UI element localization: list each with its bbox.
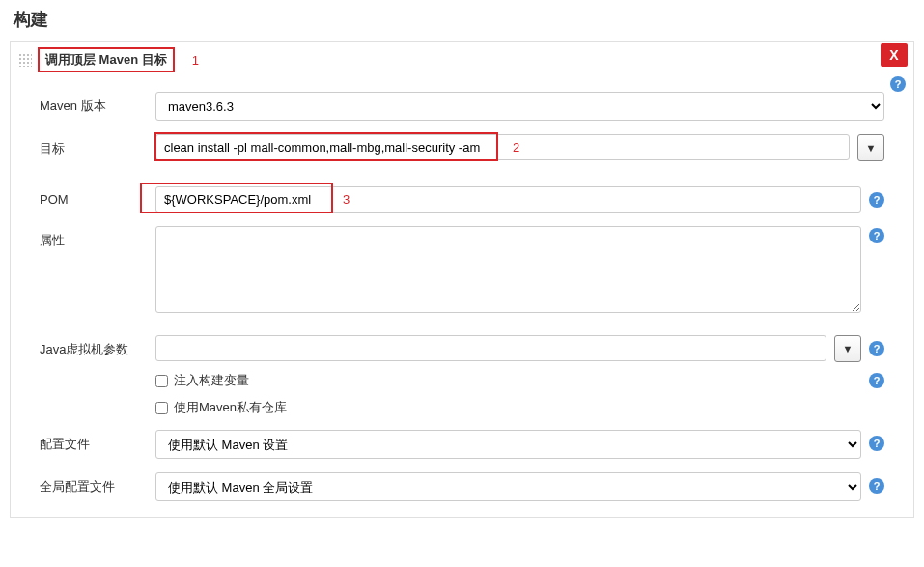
row-maven-version: Maven 版本 maven3.6.3 xyxy=(40,92,884,121)
row-pom: POM 3 ? xyxy=(40,186,884,213)
label-global-settings: 全局配置文件 xyxy=(40,472,155,496)
close-button[interactable]: X xyxy=(881,43,908,67)
jvm-input[interactable] xyxy=(155,335,826,361)
section-header: 调用顶层 Maven 目标 1 X xyxy=(11,42,913,78)
build-step-section: 调用顶层 Maven 目标 1 X ? Maven 版本 maven3.6.3 … xyxy=(10,41,914,518)
row-settings: 配置文件 使用默认 Maven 设置 ? xyxy=(40,430,884,459)
private-repo-checkbox[interactable] xyxy=(155,402,168,414)
chevron-down-icon: ▼ xyxy=(866,142,877,154)
help-icon[interactable]: ? xyxy=(869,478,884,494)
label-private-repo: 使用Maven私有仓库 xyxy=(174,399,287,416)
annotation-2: 2 xyxy=(513,140,519,155)
label-goals: 目标 xyxy=(40,134,155,157)
maven-version-select[interactable]: maven3.6.3 xyxy=(155,92,884,121)
goals-input[interactable] xyxy=(155,134,850,160)
help-icon[interactable]: ? xyxy=(869,192,884,208)
settings-select[interactable]: 使用默认 Maven 设置 xyxy=(155,430,861,459)
section-title: 调用顶层 Maven 目标 xyxy=(38,47,175,72)
advanced-toggle-button[interactable]: ▼ xyxy=(857,134,884,161)
label-inject: 注入构建变量 xyxy=(174,372,249,389)
pom-input[interactable] xyxy=(155,186,861,213)
row-properties: 属性 ? xyxy=(40,226,884,316)
label-maven-version: Maven 版本 xyxy=(40,92,155,115)
inject-checkbox[interactable] xyxy=(155,375,168,387)
row-global-settings: 全局配置文件 使用默认 Maven 全局设置 ? xyxy=(40,472,884,501)
page-title: 构建 xyxy=(0,0,924,41)
help-icon[interactable]: ? xyxy=(890,76,906,92)
row-jvm: Java虚拟机参数 ▼ ? xyxy=(40,335,884,362)
row-inject: 注入构建变量 ? xyxy=(155,372,884,389)
help-icon[interactable]: ? xyxy=(869,373,884,388)
annotation-3: 3 xyxy=(343,192,350,207)
label-properties: 属性 xyxy=(40,226,155,249)
advanced-toggle-button[interactable]: ▼ xyxy=(834,335,861,362)
form-body: Maven 版本 maven3.6.3 目标 2 ▼ P xyxy=(11,78,913,517)
label-jvm: Java虚拟机参数 xyxy=(40,335,155,358)
help-icon[interactable]: ? xyxy=(869,228,884,243)
label-settings: 配置文件 xyxy=(40,430,155,453)
properties-textarea[interactable] xyxy=(155,226,861,313)
annotation-1: 1 xyxy=(192,53,199,68)
chevron-down-icon: ▼ xyxy=(843,343,854,354)
help-icon[interactable]: ? xyxy=(869,436,884,451)
help-icon[interactable]: ? xyxy=(869,341,884,356)
global-settings-select[interactable]: 使用默认 Maven 全局设置 xyxy=(155,472,861,501)
row-goals: 目标 2 ▼ xyxy=(40,134,884,161)
drag-handle-icon[interactable] xyxy=(18,53,32,67)
label-pom: POM xyxy=(40,186,155,207)
row-private-repo: 使用Maven私有仓库 xyxy=(155,399,884,416)
